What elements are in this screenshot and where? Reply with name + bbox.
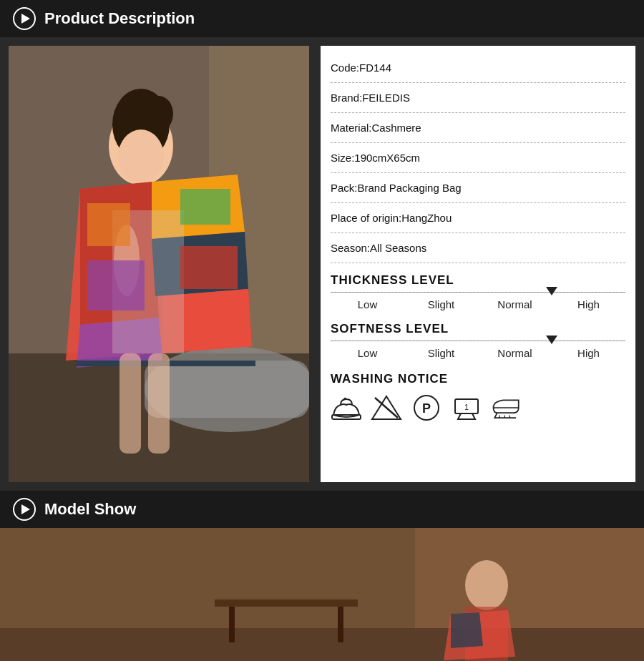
- softness-normal: Normal: [478, 347, 552, 359]
- softness-bar: [331, 341, 625, 341]
- svg-rect-24: [180, 189, 230, 225]
- svg-text:1: 1: [464, 403, 469, 411]
- model-show-title: Model Show: [44, 500, 136, 519]
- product-section: Code:FD144 Brand:FEILEDIS Material:Cashm…: [0, 37, 644, 491]
- model-show-image-inner: [0, 528, 644, 661]
- product-image: [9, 46, 309, 482]
- detail-material: Material:Cashmere: [331, 113, 625, 143]
- svg-rect-21: [119, 353, 141, 454]
- softness-labels: Low Slight Normal High: [331, 346, 625, 361]
- svg-text:P: P: [422, 401, 431, 416]
- detail-pack: Pack:Brand Packaging Bag: [331, 173, 625, 203]
- thickness-title: THICKNESS LEVEL: [331, 273, 625, 288]
- softness-section: SOFTNESS LEVEL Low Slight Normal High: [331, 322, 625, 361]
- softness-slight: Slight: [404, 347, 478, 359]
- product-image-inner: [9, 46, 309, 482]
- svg-rect-23: [87, 203, 130, 246]
- thickness-labels: Low Slight Normal High: [331, 297, 625, 312]
- product-description-header: Product Description: [0, 0, 644, 37]
- detail-brand: Brand:FEILEDIS: [331, 83, 625, 113]
- detail-origin: Place of origin:HangZhou: [331, 203, 625, 233]
- washing-title: WASHING NOTICE: [331, 372, 625, 386]
- dry-clean-icon: P: [411, 393, 442, 422]
- low-heat-icon: 1: [451, 393, 482, 422]
- softness-indicator: [546, 336, 557, 344]
- detail-size: Size:190cmX65cm: [331, 143, 625, 173]
- play-icon: [13, 7, 36, 30]
- svg-rect-45: [338, 607, 343, 642]
- svg-point-46: [465, 560, 508, 610]
- softness-line: [331, 341, 625, 341]
- thickness-low: Low: [331, 298, 404, 310]
- thickness-indicator: [546, 287, 557, 295]
- svg-marker-49: [451, 612, 483, 648]
- thickness-bar: [331, 292, 625, 293]
- svg-rect-44: [229, 607, 235, 642]
- handwash-icon: [331, 393, 362, 422]
- svg-rect-25: [87, 260, 145, 310]
- softness-low: Low: [331, 347, 404, 359]
- svg-marker-39: [21, 504, 30, 514]
- detail-season: Season:All Seasons: [331, 233, 625, 263]
- model-show-image: [0, 528, 644, 661]
- thickness-line: [331, 292, 625, 293]
- thickness-section: THICKNESS LEVEL Low Slight Normal High: [331, 273, 625, 312]
- product-details: Code:FD144 Brand:FEILEDIS Material:Cashm…: [321, 46, 635, 482]
- svg-point-11: [118, 129, 164, 184]
- product-description-title: Product Description: [44, 9, 195, 28]
- no-bleach-icon: [371, 393, 402, 422]
- svg-rect-26: [180, 246, 238, 289]
- thickness-slight: Slight: [404, 298, 478, 310]
- svg-marker-1: [21, 14, 30, 24]
- washing-section: WASHING NOTICE: [331, 372, 625, 422]
- svg-rect-42: [415, 528, 644, 628]
- svg-rect-43: [215, 599, 358, 607]
- svg-rect-22: [148, 353, 170, 454]
- softness-title: SOFTNESS LEVEL: [331, 322, 625, 336]
- thickness-normal: Normal: [478, 298, 552, 310]
- model-show-header: Model Show: [0, 491, 644, 528]
- washing-icons: P 1: [331, 393, 625, 422]
- steam-iron-icon: [491, 393, 522, 422]
- svg-point-10: [145, 96, 173, 132]
- thickness-high: High: [552, 298, 625, 310]
- svg-line-29: [375, 398, 398, 418]
- play-icon-2: [13, 498, 36, 521]
- detail-code: Code:FD144: [331, 53, 625, 83]
- softness-high: High: [552, 347, 625, 359]
